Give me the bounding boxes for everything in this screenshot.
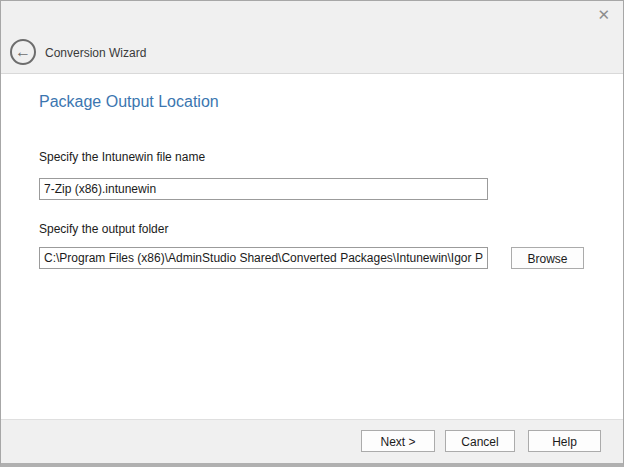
browse-button[interactable]: Browse	[511, 247, 584, 269]
back-button[interactable]: ←	[10, 39, 36, 65]
next-button[interactable]: Next >	[361, 430, 435, 452]
filename-label: Specify the Intunewin file name	[39, 150, 205, 164]
conversion-wizard-window: ← Conversion Wizard ✕ Package Output Loc…	[0, 0, 624, 467]
help-button[interactable]: Help	[528, 430, 601, 452]
back-arrow-icon: ←	[15, 44, 31, 60]
close-icon[interactable]: ✕	[597, 6, 610, 24]
page-title: Package Output Location	[39, 93, 219, 111]
wizard-header: ← Conversion Wizard	[1, 1, 623, 74]
footer-bar: Next > Cancel Help	[1, 419, 623, 463]
output-folder-input[interactable]	[39, 247, 488, 269]
output-folder-label: Specify the output folder	[39, 222, 168, 236]
filename-input[interactable]	[39, 178, 488, 200]
cancel-button[interactable]: Cancel	[445, 430, 515, 452]
wizard-title: Conversion Wizard	[45, 46, 146, 60]
